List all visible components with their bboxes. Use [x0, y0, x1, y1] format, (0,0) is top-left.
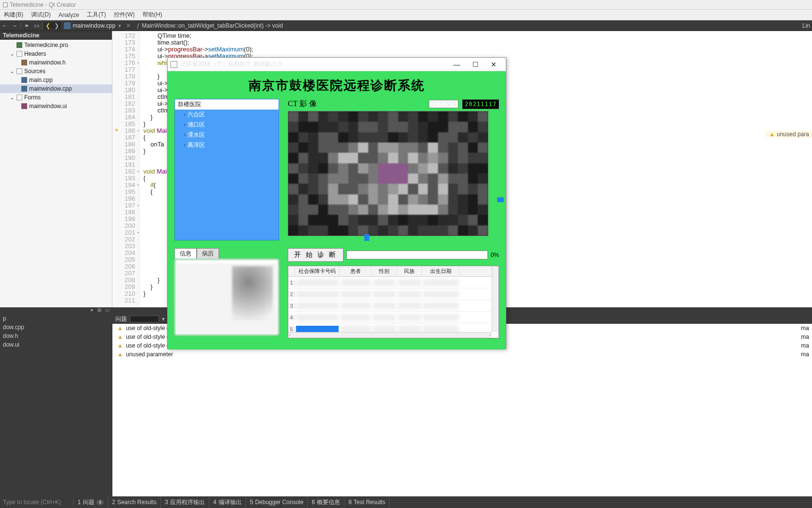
- col-dob[interactable]: 出生日期: [422, 266, 460, 276]
- file-crumb[interactable]: mainwindow.cpp: [61, 22, 118, 29]
- status-tab[interactable]: 5Debugger Console: [246, 496, 308, 508]
- menu-item[interactable]: 调试(D): [27, 11, 55, 19]
- crumb-right: Lin: [802, 22, 812, 29]
- open-doc-item[interactable]: p: [0, 314, 112, 323]
- window-titlebar: Telemedicine - Qt Creator: [0, 0, 812, 10]
- status-tab[interactable]: 8Test Results: [344, 496, 390, 508]
- locator-input[interactable]: Type to locate (Ctrl+K): [0, 499, 74, 506]
- status-bar: Type to locate (Ctrl+K) 1问题42Search Resu…: [0, 496, 812, 508]
- cpp-file-icon: [64, 22, 71, 29]
- progress-bar: [346, 251, 488, 259]
- patient-table[interactable]: 社会保障卡号码 患者 性别 民族 出生日期 12345 ‹›: [288, 266, 499, 338]
- col-ssn[interactable]: 社会保障卡号码: [295, 266, 340, 276]
- line-gutter: 1721731741751761771781791801811821831841…: [112, 31, 140, 307]
- dialog-title: 南京市鼓楼医院远程诊断系统: [174, 75, 499, 99]
- menu-item[interactable]: Analyze: [55, 12, 83, 18]
- project-tree-item[interactable]: main.cpp: [0, 76, 112, 84]
- separator: [20, 22, 21, 29]
- menu-item[interactable]: 构建(B): [0, 11, 27, 19]
- link-icon[interactable]: ⚭: [22, 21, 31, 30]
- status-tab[interactable]: 6概要信息: [308, 496, 344, 508]
- project-sidebar: Telemedicine Telemedicine.pro⌄Headersmai…: [0, 31, 112, 307]
- window-title: Telemedicine - Qt Creator: [10, 1, 76, 8]
- ui-icon: [21, 103, 27, 109]
- open-doc-item[interactable]: dow.ui: [0, 340, 112, 349]
- table-header: 社会保障卡号码 患者 性别 民族 出生日期: [288, 266, 499, 277]
- project-tree-item[interactable]: ⌄Forms: [0, 93, 112, 102]
- minimize-button[interactable]: —: [448, 58, 466, 71]
- table-row[interactable]: 2: [288, 288, 499, 300]
- start-diagnosis-button[interactable]: 开 始 诊 断: [288, 248, 344, 262]
- project-tree-item[interactable]: mainwindow.cpp: [0, 84, 112, 93]
- vertical-slider-thumb[interactable]: [497, 197, 504, 202]
- maximize-button[interactable]: ☐: [466, 58, 484, 71]
- hospital-tree[interactable]: 鼓楼医院 ›六合区›浦口区›溧水区›高淳区: [174, 99, 279, 240]
- col-patient[interactable]: 患者: [340, 266, 372, 276]
- issues-filter-input[interactable]: [130, 316, 159, 322]
- split-h-icon[interactable]: ⊞: [96, 307, 103, 313]
- close-pane-icon[interactable]: ▭: [104, 307, 110, 313]
- tree-item[interactable]: ›高淳区: [175, 140, 279, 150]
- status-tab[interactable]: 2Search Results: [108, 496, 161, 508]
- dialog-window-title: 江苏省2018（宁）远程医疗 测试版v1.0: [180, 60, 281, 68]
- tab-info[interactable]: 信息: [174, 248, 197, 259]
- progress-percent: 0%: [491, 252, 499, 258]
- open-doc-item[interactable]: dow.cpp: [0, 323, 112, 332]
- issues-title: 问题: [115, 315, 127, 323]
- dialog-titlebar: 江苏省2018（宁）远程医疗 测试版v1.0 — ☐ ✕: [168, 58, 506, 71]
- close-button[interactable]: ✕: [484, 58, 503, 71]
- menu-item[interactable]: 帮助(H): [139, 11, 166, 19]
- separator: [42, 22, 43, 29]
- col-ethnic[interactable]: 民族: [397, 266, 422, 276]
- close-file-icon[interactable]: ✕: [126, 22, 131, 29]
- horizontal-slider-thumb[interactable]: [364, 234, 369, 241]
- table-row[interactable]: 3: [288, 300, 499, 312]
- table-row[interactable]: 4: [288, 312, 499, 323]
- project-tree-item[interactable]: mainwindow.ui: [0, 102, 112, 111]
- qt-logo-icon: [3, 2, 8, 7]
- project-tree-item[interactable]: Telemedicine.pro: [0, 41, 112, 49]
- telemedicine-dialog: 江苏省2018（宁）远程医疗 测试版v1.0 — ☐ ✕ 南京市鼓楼医院远程诊断…: [167, 57, 506, 349]
- filter-icon[interactable]: ▾: [88, 307, 95, 313]
- ct-image-viewer[interactable]: [288, 111, 488, 236]
- time-display[interactable]: 22:21:52⇅: [429, 100, 458, 108]
- status-tab[interactable]: 1问题4: [74, 496, 108, 508]
- status-tabs: 1问题42Search Results3应用程序输出4编译输出5Debugger…: [74, 496, 390, 508]
- project-tree-item[interactable]: ⌄Headers: [0, 49, 112, 58]
- crumb-function[interactable]: MainWindow::on_tabWidget_tabBarClicked(i…: [140, 22, 285, 29]
- tree-item[interactable]: ›六合区: [175, 110, 279, 120]
- table-hscrollbar[interactable]: ‹›: [288, 332, 492, 338]
- editor-toolbar: ← → ⚭ ▭ ❮ ❯ mainwindow.cpp ▾ ✕ ƒ MainWin…: [0, 20, 812, 31]
- back-icon[interactable]: ←: [0, 21, 10, 30]
- date-display: 20211117: [462, 99, 499, 109]
- cpp-icon: [21, 86, 27, 92]
- next-icon[interactable]: ❯: [52, 22, 61, 29]
- dialog-body: 南京市鼓楼医院远程诊断系统 鼓楼医院 ›六合区›浦口区›溧水区›高淳区 CT 影…: [168, 71, 506, 349]
- table-row[interactable]: 1: [288, 277, 499, 288]
- app-icon: [171, 61, 177, 68]
- fold-icon: [16, 95, 22, 100]
- tab-history[interactable]: 病历: [197, 248, 219, 259]
- menu-bar: 构建(B)调试(D)Analyze工具(T)控件(W)帮助(H): [0, 10, 812, 20]
- tree-item[interactable]: ›溧水区: [175, 130, 279, 140]
- fold-icon: [16, 68, 22, 74]
- menu-item[interactable]: 控件(W): [110, 11, 139, 19]
- function-icon: ƒ: [137, 22, 140, 29]
- tree-root[interactable]: 鼓楼医院: [175, 99, 279, 110]
- status-tab[interactable]: 3应用程序输出: [161, 496, 209, 508]
- cpp-icon: [21, 77, 27, 83]
- forward-icon[interactable]: →: [10, 21, 19, 30]
- tree-item[interactable]: ›浦口区: [175, 120, 279, 130]
- open-doc-item[interactable]: dow.h: [0, 332, 112, 340]
- project-tree-item[interactable]: ⌄Sources: [0, 67, 112, 76]
- issue-row[interactable]: ▲unused parameterma: [112, 350, 812, 359]
- project-tree-item[interactable]: mainwindow.h: [0, 58, 112, 67]
- col-gender[interactable]: 性别: [372, 266, 397, 276]
- prev-icon[interactable]: ❮: [44, 22, 52, 29]
- menu-item[interactable]: 工具(T): [83, 11, 109, 19]
- table-vscrollbar[interactable]: [492, 266, 499, 332]
- fold-icon: [16, 51, 22, 57]
- status-tab[interactable]: 4编译输出: [209, 496, 246, 508]
- split-icon[interactable]: ▭: [31, 21, 41, 30]
- dropdown-icon[interactable]: ▾: [162, 316, 165, 322]
